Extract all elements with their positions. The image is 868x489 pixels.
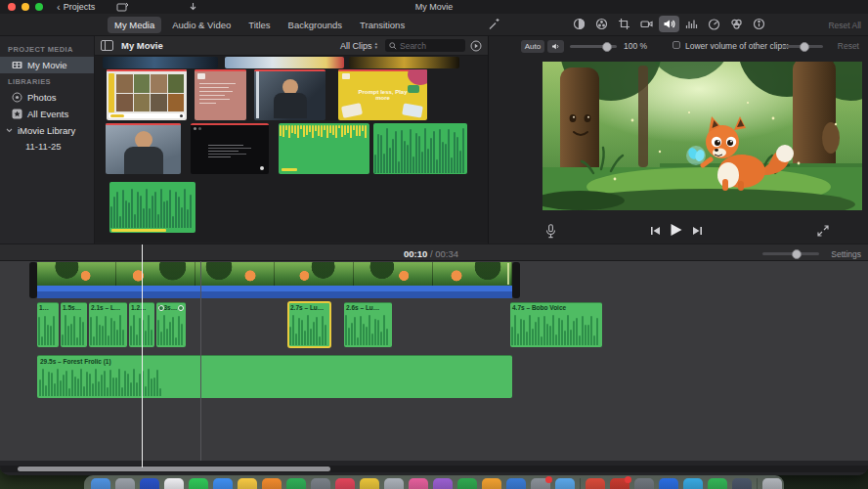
audio-clip-green-wave-thumbnail-2[interactable]: [109, 182, 195, 233]
dock-app-19-icon[interactable]: [531, 478, 550, 489]
dock-app-5-icon[interactable]: [189, 478, 208, 489]
voiceover-mic-icon[interactable]: [545, 224, 556, 239]
sound-clip[interactable]: 1.5s…: [61, 302, 87, 347]
dock-app-26-icon[interactable]: [708, 478, 727, 489]
lower-volume-checkbox[interactable]: [673, 41, 680, 49]
dock-app-4-icon[interactable]: [164, 478, 184, 489]
audio-clip-yellow-wave-thumbnail[interactable]: [279, 123, 369, 174]
dock-app-2-icon[interactable]: [115, 478, 135, 489]
webcam-video-thumbnail-2[interactable]: [106, 123, 181, 174]
dock-app-27-icon[interactable]: [732, 478, 752, 489]
auto-volume-button[interactable]: Auto: [521, 40, 544, 53]
clip-strip-2[interactable]: [225, 57, 344, 68]
dock-app-15-icon[interactable]: [433, 478, 453, 489]
mute-speaker-icon[interactable]: [547, 40, 564, 53]
effects-icon[interactable]: [726, 16, 747, 32]
dock-app-25-icon[interactable]: [683, 478, 703, 489]
sound-clip[interactable]: 2.1s – L…: [89, 302, 127, 347]
dock-app-20-icon[interactable]: [555, 478, 575, 489]
reset-button[interactable]: Reset: [838, 41, 859, 51]
dock-app-1-icon[interactable]: [91, 478, 110, 489]
dock-app-7-icon[interactable]: [238, 478, 257, 489]
sound-clip[interactable]: 1.3s…: [156, 302, 186, 347]
clip-strip-3[interactable]: [349, 57, 459, 68]
fullscreen-icon[interactable]: [817, 225, 829, 237]
next-frame-button[interactable]: [692, 226, 703, 236]
tab-backgrounds[interactable]: Backgrounds: [282, 17, 349, 33]
dock-app-17-icon[interactable]: [482, 478, 501, 489]
dock-app-14-icon[interactable]: [409, 478, 428, 489]
noise-reduction-icon[interactable]: [681, 16, 702, 32]
dock-app-18-icon[interactable]: [506, 478, 526, 489]
zoom-window-button[interactable]: [35, 3, 43, 11]
dock-app-12-icon[interactable]: [360, 478, 379, 489]
fade-handle[interactable]: [158, 305, 164, 311]
download-arrow-icon[interactable]: [189, 2, 197, 12]
sidebar-item-my-movie[interactable]: My Movie: [0, 57, 94, 73]
play-filmstrip-toggle-icon[interactable]: [470, 40, 482, 52]
close-window-button[interactable]: [8, 3, 16, 11]
timeline-zoom-slider[interactable]: [762, 252, 819, 255]
dock-trash-icon[interactable]: [762, 478, 782, 489]
stabilization-camera-icon[interactable]: [636, 16, 657, 32]
dock-app-22-icon[interactable]: [610, 478, 629, 489]
sidebar-item-photos[interactable]: Photos: [0, 89, 94, 106]
color-balance-icon[interactable]: [569, 16, 589, 32]
enhance-wand-icon[interactable]: [484, 16, 504, 32]
dock-app-24-icon[interactable]: [659, 478, 678, 489]
import-media-icon[interactable]: [116, 2, 128, 12]
volume-slider[interactable]: [570, 45, 617, 48]
video-clip-audio-bar[interactable]: [37, 286, 512, 298]
dock-app-16-icon[interactable]: [457, 478, 477, 489]
previous-frame-button[interactable]: [650, 226, 661, 236]
clip-strip-1[interactable]: [103, 57, 218, 68]
sidebar-item-all-events[interactable]: All Events: [0, 106, 94, 122]
dock-app-8-icon[interactable]: [262, 478, 282, 489]
color-correction-icon[interactable]: [591, 16, 612, 32]
background-music-clip[interactable]: 29.5s – Forest Frolic (1): [37, 355, 512, 398]
play-button[interactable]: [670, 223, 682, 237]
clip-trim-handle-left[interactable]: [29, 262, 37, 298]
dock-app-10-icon[interactable]: [311, 478, 330, 489]
lower-volume-slider[interactable]: [782, 45, 823, 48]
sound-clip[interactable]: 4.7s – Bobo Voice: [510, 302, 602, 347]
video-clip-filmstrip[interactable]: [37, 262, 512, 286]
fade-handle[interactable]: [178, 305, 184, 311]
info-icon[interactable]: [749, 16, 769, 32]
crop-icon[interactable]: [614, 16, 634, 32]
dock-app-11-icon[interactable]: [335, 478, 355, 489]
search-input[interactable]: Search: [385, 39, 465, 52]
yellow-slide-video-thumbnail[interactable]: Prompt less, Play more: [338, 69, 427, 120]
tab-titles[interactable]: Titles: [241, 17, 277, 33]
terminal-video-thumbnail[interactable]: [191, 123, 269, 174]
clip-filter-dropdown[interactable]: All Clips ▴▾: [340, 41, 377, 51]
dock-app-9-icon[interactable]: [286, 478, 306, 489]
reset-all-button[interactable]: Reset All: [828, 21, 861, 30]
tab-transitions[interactable]: Transitions: [353, 17, 412, 33]
audio-clip-green-wave-thumbnail[interactable]: [373, 123, 467, 174]
tab-my-media[interactable]: My Media: [108, 17, 161, 33]
projects-back-button[interactable]: ‹ Projects: [57, 2, 95, 12]
dock-app-6-icon[interactable]: [213, 478, 233, 489]
dock-app-3-icon[interactable]: [140, 478, 159, 489]
dock-app-23-icon[interactable]: [634, 478, 654, 489]
sidebar-toggle-icon[interactable]: [101, 40, 113, 51]
speed-icon[interactable]: [704, 16, 724, 32]
settings-button[interactable]: Settings: [831, 249, 861, 259]
playhead[interactable]: [142, 244, 143, 467]
clip-trim-handle-right[interactable]: [512, 262, 520, 298]
sound-clip[interactable]: 2.6s – Lu…: [344, 302, 392, 347]
faces-collage-video-thumbnail[interactable]: [107, 69, 187, 120]
minimize-window-button[interactable]: [22, 3, 29, 11]
tab-audio-video[interactable]: Audio & Video: [165, 17, 238, 33]
video-viewer[interactable]: [542, 62, 862, 210]
sidebar-item-event-date[interactable]: 11-11-25: [0, 139, 94, 154]
sidebar-item-imovie-library[interactable]: iMovie Library: [0, 122, 94, 139]
notes-document-video-thumbnail[interactable]: [195, 69, 246, 120]
timeline-scrollbar-thumb[interactable]: [18, 467, 330, 471]
webcam-video-thumbnail[interactable]: [254, 69, 326, 120]
sound-clip[interactable]: 1…: [37, 302, 59, 347]
dock-app-13-icon[interactable]: [384, 478, 404, 489]
sound-clip[interactable]: 2.7s – Lu…: [288, 302, 330, 347]
dock-app-21-icon[interactable]: [586, 478, 605, 489]
